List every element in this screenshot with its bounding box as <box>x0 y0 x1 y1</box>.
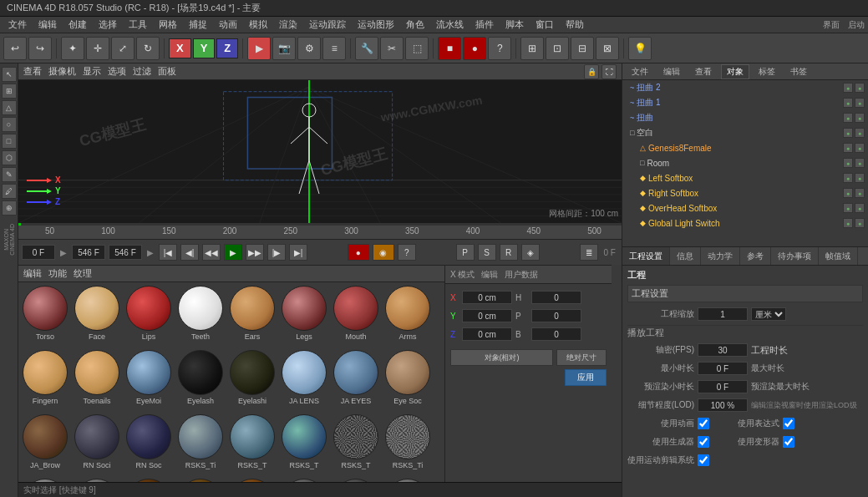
mat-item-rskt[interactable]: RSKS_T <box>331 413 381 475</box>
left-tool-7[interactable]: ✎ <box>2 167 17 182</box>
stop-anim-btn[interactable]: ■ <box>438 37 461 60</box>
move-button[interactable]: ✛ <box>86 37 109 60</box>
mat-menu-tex[interactable]: 纹理 <box>74 267 92 280</box>
param-key-btn[interactable]: ◈ <box>521 244 540 261</box>
go-end-btn[interactable]: ▶| <box>289 244 307 261</box>
help-btn[interactable]: ? <box>398 244 416 261</box>
record-key-btn[interactable]: ◉ <box>373 244 394 261</box>
tree-lock-btn-3[interactable]: ● <box>855 128 865 138</box>
tree-item-4[interactable]: △Genesis8Female●● <box>622 140 868 155</box>
left-tool-5[interactable]: □ <box>2 134 17 149</box>
fps-input[interactable] <box>698 343 748 357</box>
tree-vis-btn-8[interactable]: ● <box>843 203 853 213</box>
tree-lock-btn-9[interactable]: ● <box>855 218 865 228</box>
play-fwd-btn[interactable]: ▶▶ <box>246 244 264 261</box>
rtab-view[interactable]: 查看 <box>689 64 718 79</box>
mat-item-mouth[interactable]: Mouth <box>331 284 381 347</box>
proj-scale-input[interactable] <box>698 307 748 321</box>
knife-btn[interactable]: ✂ <box>380 37 404 60</box>
ptab-project[interactable]: 工程设置 <box>622 247 670 265</box>
left-tool-2[interactable]: ⊞ <box>2 84 17 99</box>
menu-motion-track[interactable]: 运动跟踪 <box>304 18 351 32</box>
scale-key-btn[interactable]: S <box>478 244 496 261</box>
tree-item-1[interactable]: ~扭曲 1●● <box>622 95 868 110</box>
vp-menu-options[interactable]: 选项 <box>108 65 126 78</box>
mat-item-eyesoc[interactable]: Eye Soc <box>383 348 433 411</box>
vp-fullscreen-btn[interactable]: ⛶ <box>602 64 617 79</box>
snap-btn[interactable]: 🔧 <box>355 37 378 60</box>
tree-item-2[interactable]: ~扭曲●● <box>622 110 868 125</box>
h-input[interactable] <box>531 291 581 304</box>
y-axis-button[interactable]: Y <box>193 38 216 58</box>
mat-menu-func[interactable]: 功能 <box>48 267 67 280</box>
pre-min-input[interactable] <box>698 380 748 393</box>
mat-item-fingern[interactable]: Fingern <box>20 348 70 411</box>
tree-lock-btn-2[interactable]: ● <box>855 113 865 123</box>
tree-vis-btn-0[interactable]: ● <box>843 83 853 93</box>
tree-lock-btn-0[interactable]: ● <box>855 83 865 93</box>
z-input[interactable] <box>462 327 512 341</box>
left-tool-9[interactable]: ⊕ <box>2 200 17 216</box>
left-tool-8[interactable]: 🖊 <box>2 184 17 199</box>
left-tool-4[interactable]: ○ <box>2 117 17 132</box>
render-settings-btn[interactable]: ⚙ <box>297 37 321 60</box>
vp-menu-display[interactable]: 显示 <box>83 65 101 78</box>
rotate-button[interactable]: ↻ <box>136 37 160 60</box>
tool-btn2[interactable]: ⊡ <box>546 37 569 60</box>
use-gen-check[interactable] <box>698 436 709 448</box>
use-anim-check[interactable] <box>698 418 709 429</box>
tree-item-3[interactable]: □空白●● <box>622 125 868 140</box>
mat-item-rsks[interactable]: RSKS_Ti <box>175 413 226 475</box>
vp-menu-panel[interactable]: 面板 <box>158 65 176 78</box>
menu-edit[interactable]: 编辑 <box>33 18 62 32</box>
mat-item-eyemoi[interactable]: EyeMoi <box>124 348 174 411</box>
play-btn[interactable]: ▶ <box>224 244 242 261</box>
ptab-dynamics[interactable]: 动力学 <box>701 247 740 265</box>
mat-item-rnsoc2[interactable]: RN Soc <box>124 413 174 475</box>
rtab-edit[interactable]: 编辑 <box>657 64 686 79</box>
go-prev-key-btn[interactable]: ◀| <box>180 244 199 261</box>
lod-input[interactable] <box>698 398 748 412</box>
tree-item-9[interactable]: ◆Global Light Switch●● <box>622 216 868 231</box>
tree-lock-btn-5[interactable]: ● <box>855 158 865 168</box>
render-queue-btn[interactable]: ≡ <box>322 37 346 60</box>
mat-item-eyelash2[interactable]: Eyelashi <box>227 348 277 411</box>
tree-item-6[interactable]: ◆Left Softbox●● <box>622 170 868 185</box>
menu-help[interactable]: 帮助 <box>561 18 589 32</box>
menu-file[interactable]: 文件 <box>3 18 32 32</box>
apply-button[interactable]: 应用 <box>565 369 607 386</box>
vp-menu-view[interactable]: 查看 <box>23 65 42 78</box>
undo-button[interactable]: ↩ <box>3 37 27 60</box>
tree-item-7[interactable]: ◆Right Softbox●● <box>622 185 868 200</box>
menu-plugins[interactable]: 插件 <box>470 18 499 32</box>
object-relative-btn[interactable]: 对象(相对) <box>450 349 553 366</box>
tree-item-5[interactable]: □Room●● <box>622 155 868 170</box>
tree-lock-btn-8[interactable]: ● <box>855 203 865 213</box>
menu-anim[interactable]: 动画 <box>214 18 242 32</box>
vp-lock-btn[interactable]: 🔒 <box>584 64 599 79</box>
menu-tools[interactable]: 工具 <box>124 18 152 32</box>
rtab-file[interactable]: 文件 <box>626 64 654 79</box>
render-to-pic-btn[interactable]: 📷 <box>272 37 296 60</box>
mat-item-jabrow[interactable]: JA_Brow <box>20 413 70 475</box>
y-input[interactable] <box>462 309 512 322</box>
mat-item-eyelash[interactable]: Eyelash <box>175 348 226 411</box>
p-input[interactable] <box>531 309 581 322</box>
tree-item-8[interactable]: ◆OverHead Softbox●● <box>622 200 868 216</box>
menu-pipeline[interactable]: 流水线 <box>431 18 469 32</box>
go-next-key-btn[interactable]: |▶ <box>267 244 286 261</box>
live-select-button[interactable]: ✦ <box>61 37 84 60</box>
b-input[interactable] <box>531 327 581 341</box>
min-frame-input[interactable] <box>698 362 748 375</box>
render-btn[interactable]: ▶ <box>247 37 271 60</box>
play-back-btn[interactable]: ◀◀ <box>202 244 221 261</box>
record-btn[interactable]: ● <box>463 37 486 60</box>
go-start-btn[interactable]: |◀ <box>159 244 177 261</box>
use-motion-check[interactable] <box>698 454 709 466</box>
loop-sel-btn[interactable]: ⬚ <box>405 37 429 60</box>
ptab-ref[interactable]: 参考 <box>740 247 771 265</box>
menu-create[interactable]: 创建 <box>63 18 92 32</box>
ptab-frame[interactable]: 帧值域 <box>819 247 858 265</box>
mat-item-jalens[interactable]: JA LENS <box>279 348 329 411</box>
tree-vis-btn-9[interactable]: ● <box>843 218 853 228</box>
